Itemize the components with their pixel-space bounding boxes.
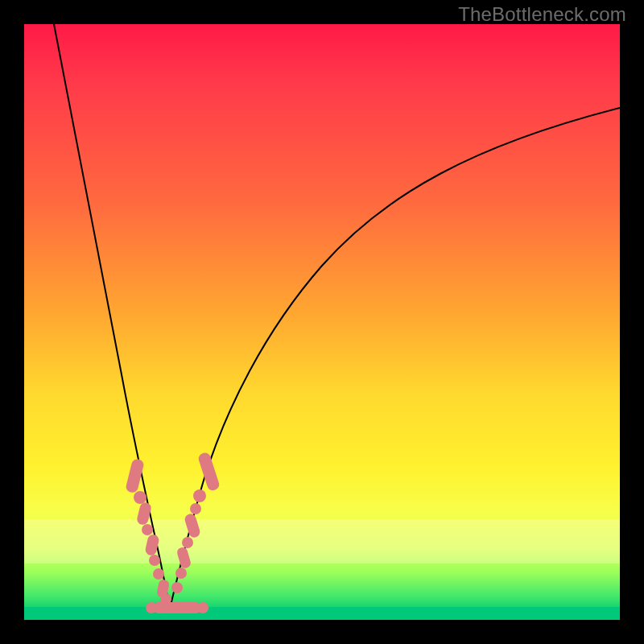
svg-rect-12	[184, 513, 201, 539]
svg-point-13	[182, 537, 193, 548]
watermark-text: TheBottleneck.com	[458, 3, 626, 26]
svg-point-16	[171, 582, 183, 593]
curve-layer	[24, 24, 620, 620]
svg-rect-14	[176, 547, 192, 570]
svg-rect-4	[144, 534, 159, 556]
svg-point-10	[193, 489, 206, 502]
plot-area	[24, 24, 620, 620]
curve-left-branch	[54, 24, 170, 609]
markers-left	[125, 458, 171, 605]
svg-rect-9	[197, 452, 221, 492]
markers-right	[171, 452, 221, 593]
svg-point-3	[142, 524, 153, 535]
svg-rect-7	[156, 579, 170, 598]
chart-frame: TheBottleneck.com	[0, 0, 644, 644]
svg-point-1	[134, 491, 147, 504]
highlight-band	[24, 519, 620, 564]
curve-right-branch	[170, 108, 620, 609]
svg-point-8	[160, 593, 171, 605]
svg-rect-2	[136, 502, 152, 526]
svg-point-6	[153, 568, 164, 580]
baseline-strip	[24, 607, 620, 620]
svg-point-15	[175, 568, 187, 579]
svg-point-5	[149, 555, 160, 566]
svg-rect-0	[125, 458, 145, 493]
svg-point-11	[190, 503, 201, 514]
